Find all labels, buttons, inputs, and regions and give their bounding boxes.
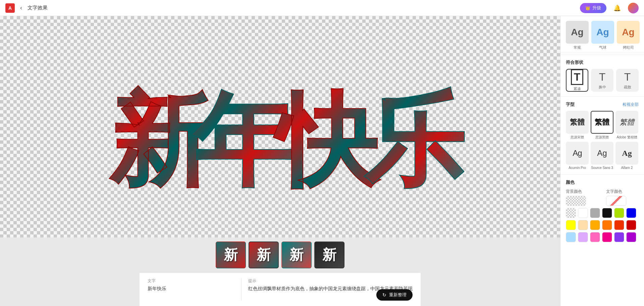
- color-section: 颜色 背景颜色 文字颜色: [560, 176, 644, 248]
- color-transparent[interactable]: [566, 208, 576, 218]
- notification-icon[interactable]: 🔔: [612, 3, 623, 13]
- effect-toast-preview: Ag: [617, 21, 640, 44]
- svg-text:乐: 乐: [362, 84, 465, 197]
- effect-toast[interactable]: Ag 烤吐司: [617, 21, 640, 50]
- upgrade-button[interactable]: 升级: [580, 3, 606, 13]
- font-siyangblack[interactable]: 繁體 思源黑體: [591, 111, 613, 140]
- text-color-col: 文字颜色: [606, 189, 626, 206]
- font-siyangblack-preview: 繁體: [591, 111, 613, 134]
- font-sourcesans[interactable]: Ag Source Sans 3: [591, 142, 613, 170]
- color-gray[interactable]: [590, 208, 600, 218]
- font-sourcesans-name: Source Sans 3: [591, 166, 613, 170]
- color-violet[interactable]: [626, 232, 636, 242]
- thumbnail-1[interactable]: 新: [216, 242, 246, 268]
- font-siyangsong[interactable]: 繁體 思源宋體: [566, 111, 589, 140]
- color-orange[interactable]: [602, 220, 612, 230]
- color-row-2: [566, 220, 639, 230]
- color-light-blue[interactable]: [566, 232, 576, 242]
- divider-1: [560, 54, 644, 55]
- color-peach[interactable]: [578, 220, 588, 230]
- topbar: A ‹ 文字效果 升级 🔔: [0, 0, 644, 16]
- font-grid: 繁體 思源宋體 繁體 思源黑體 繁體 Adobe 繁楷體 Ag Acumin P…: [566, 111, 639, 170]
- font-acumin-name: Acumin Pro: [569, 166, 586, 170]
- text-color-swatch[interactable]: [606, 196, 626, 206]
- color-red-orange[interactable]: [614, 220, 624, 230]
- color-lavender[interactable]: [578, 232, 588, 242]
- dragon-text-svg: 新 年 快 乐: [79, 55, 481, 199]
- font-alfarn-preview: Ag: [615, 142, 638, 165]
- text-section: 文字 新年快乐: [148, 278, 241, 301]
- font-alfarn[interactable]: Ag Alfarn 2: [615, 142, 638, 170]
- effect-balloon-preview: Ag: [591, 21, 614, 44]
- font-acumin[interactable]: Ag Acumin Pro: [566, 142, 589, 170]
- topbar-right: 升级 🔔: [580, 3, 639, 13]
- color-purple[interactable]: [614, 232, 624, 242]
- text-label: 文字: [148, 278, 234, 284]
- color-amber[interactable]: [590, 220, 600, 230]
- font-alfarn-name: Alfarn 2: [621, 166, 633, 170]
- font-section: 字型 检视全部 繁體 思源宋體 繁體 思源黑體 繁體 Adobe 繁楷體: [560, 98, 644, 173]
- color-white[interactable]: [578, 208, 588, 218]
- bg-color-col: 背景颜色: [566, 189, 586, 206]
- font-section-header: 字型 检视全部: [566, 101, 639, 107]
- hint-label: 提示: [248, 278, 413, 284]
- shape-compact-label: 紧凑: [574, 86, 581, 91]
- shape-center[interactable]: T 换中: [591, 69, 613, 92]
- avatar[interactable]: [628, 3, 639, 13]
- regenerate-button[interactable]: 重新整理: [376, 289, 413, 301]
- thumbnail-3[interactable]: 新: [281, 242, 312, 268]
- font-adobekai-name: Adobe 繁楷體: [616, 135, 637, 140]
- shape-center-label: 换中: [599, 85, 606, 90]
- text-value: 新年快乐: [148, 286, 234, 292]
- font-siyangblack-name: 思源黑體: [595, 135, 609, 140]
- effect-normal-preview: Ag: [566, 21, 589, 44]
- color-red[interactable]: [626, 220, 636, 230]
- back-button[interactable]: ‹: [19, 3, 23, 13]
- hint-section: 提示 红色丝绸飘带材质作为底色，抽象的中国龙元素缠绕盘踞，中国龙元素若隐若现 重…: [241, 278, 413, 301]
- color-blue[interactable]: [626, 208, 636, 218]
- font-adobekai[interactable]: 繁體 Adobe 繁楷體: [615, 111, 638, 140]
- shape-spread[interactable]: T 疏散: [616, 69, 639, 92]
- color-pink[interactable]: [590, 232, 600, 242]
- font-siyangsong-name: 思源宋體: [571, 135, 584, 140]
- text-color-label: 文字颜色: [606, 189, 622, 194]
- font-sourcesans-preview: Ag: [591, 142, 613, 165]
- canvas-area: 新 年 快 乐: [0, 16, 560, 306]
- page-title: 文字效果: [28, 5, 48, 11]
- shape-spread-label: 疏散: [624, 85, 631, 90]
- effect-normal[interactable]: Ag 常规: [566, 21, 589, 50]
- color-black[interactable]: [602, 208, 612, 218]
- thumbnail-2[interactable]: 新: [249, 242, 279, 268]
- shape-center-symbol: T: [599, 71, 606, 83]
- shape-section: 符合形状 T 紧凑 T 换中 T 疏散: [560, 56, 644, 95]
- bg-color-swatch[interactable]: [566, 196, 586, 206]
- main-layout: 新 年 快 乐: [0, 16, 644, 306]
- app-logo[interactable]: A: [5, 3, 15, 13]
- color-section-title: 颜色: [566, 179, 639, 185]
- color-row-3: [566, 232, 639, 242]
- canvas-wrapper[interactable]: 新 年 快 乐: [0, 16, 560, 237]
- color-row-1: [566, 208, 639, 218]
- thumbnails-strip: 新 新 新 新: [209, 237, 351, 272]
- effect-balloon[interactable]: Ag 气球: [591, 21, 614, 50]
- color-lime[interactable]: [614, 208, 624, 218]
- effect-normal-label: 常规: [574, 45, 581, 50]
- font-siyangsong-preview: 繁體: [566, 111, 589, 134]
- top-effects-row: Ag 常规 Ag 气球 Ag 烤吐司: [560, 19, 644, 53]
- color-type-headers: 背景颜色 文字颜色: [566, 189, 639, 206]
- color-yellow[interactable]: [566, 220, 576, 230]
- font-adobekai-preview: 繁體: [615, 111, 638, 134]
- color-magenta[interactable]: [602, 232, 612, 242]
- divider-3: [560, 174, 644, 175]
- shape-grid: T 紧凑 T 换中 T 疏散: [566, 69, 639, 92]
- shape-spread-symbol: T: [624, 71, 631, 83]
- shape-section-title: 符合形状: [566, 59, 639, 65]
- thumbnail-4[interactable]: 新: [314, 242, 344, 268]
- font-section-title: 字型: [566, 101, 575, 107]
- shape-compact[interactable]: T 紧凑: [566, 69, 588, 92]
- divider-2: [560, 96, 644, 97]
- bg-color-label: 背景颜色: [566, 189, 582, 194]
- effect-balloon-label: 气球: [599, 45, 606, 50]
- right-sidebar: Ag 常规 Ag 气球 Ag 烤吐司 符合形状 T 紧凑 T: [560, 16, 644, 306]
- view-all-fonts-link[interactable]: 检视全部: [623, 102, 639, 107]
